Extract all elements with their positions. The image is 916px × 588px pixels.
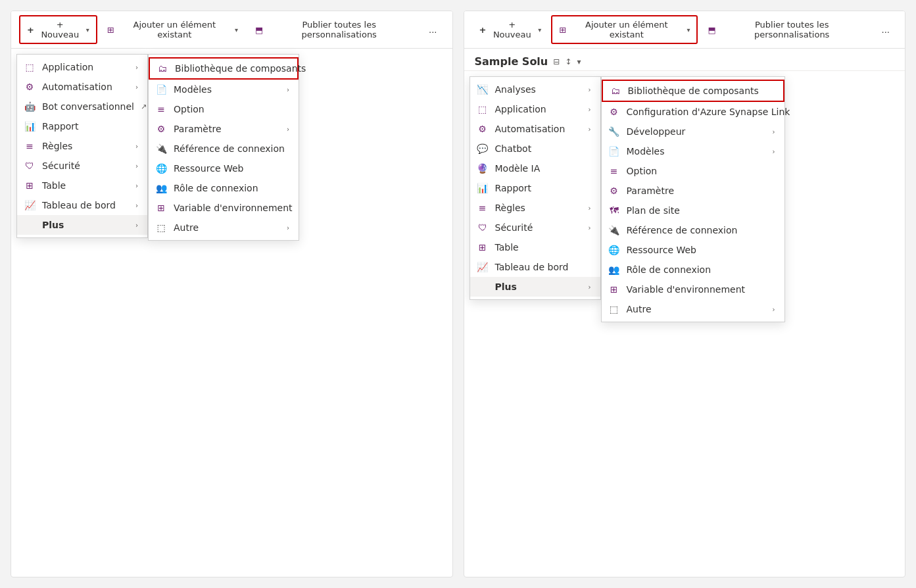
- developpeur-chevron-icon: ›: [773, 128, 775, 135]
- right-sub-role-connexion[interactable]: 👥 Rôle de connexion: [602, 260, 784, 280]
- left-menu-plus[interactable]: Plus ›: [17, 215, 147, 235]
- variable-env-icon: ⊞: [155, 203, 167, 213]
- automatisation-chevron-icon: ›: [135, 84, 138, 91]
- solution-bar: Sample Solu ⊟ ↕ ▾: [464, 49, 905, 71]
- filter-icon: ⊟: [553, 57, 560, 66]
- right-regles-chevron-icon: ›: [589, 205, 591, 212]
- left-sub-option[interactable]: ≡ Option: [149, 99, 299, 119]
- ajouter-label: Ajouter un élément existant: [118, 20, 231, 39]
- parametre-icon: ⚙: [155, 124, 167, 134]
- left-menu-securite[interactable]: 🛡 Sécurité ›: [17, 156, 147, 176]
- right-application-icon: ⬚: [477, 104, 489, 114]
- right-application-chevron-icon: ›: [589, 106, 591, 113]
- securite-chevron-icon: ›: [135, 162, 138, 170]
- right-menu-table[interactable]: ⊞ Table: [470, 237, 600, 257]
- modeles-icon: 📄: [155, 84, 167, 95]
- right-menu-chatbot[interactable]: 💬 Chatbot: [470, 139, 600, 159]
- chatbot-icon: 💬: [477, 143, 489, 154]
- right-sub-modeles[interactable]: 📄 Modèles ›: [602, 141, 784, 161]
- right-modeles-icon: 📄: [608, 146, 620, 157]
- more-label: ...: [429, 25, 437, 35]
- left-sub-ressource-web[interactable]: 🌐 Ressource Web: [149, 159, 299, 178]
- autre-chevron-icon: ›: [287, 224, 289, 232]
- right-menu-plus[interactable]: Plus ›: [470, 277, 600, 297]
- right-sub-developpeur[interactable]: 🔧 Développeur ›: [602, 122, 784, 141]
- solution-title: Sample Solu: [475, 55, 548, 68]
- right-nouveau-button[interactable]: + + Nouveau ▾: [472, 16, 549, 43]
- right-securite-chevron-icon: ›: [589, 224, 591, 232]
- modeles-chevron-icon: ›: [287, 86, 289, 93]
- right-menu-analyses[interactable]: 📉 Analyses ›: [470, 80, 600, 99]
- left-menu-bot[interactable]: 🤖 Bot conversationnel ↗: [17, 97, 147, 116]
- ressource-web-icon: 🌐: [155, 163, 167, 174]
- right-nouveau-label: + Nouveau: [489, 20, 535, 39]
- config-azure-icon: ⚙: [608, 107, 620, 117]
- right-more-button[interactable]: ...: [875, 21, 897, 39]
- analyses-chevron-icon: ›: [589, 86, 591, 93]
- right-panel: + + Nouveau ▾ ⊞ Ajouter un élément exist…: [464, 11, 906, 577]
- right-menu-rapport[interactable]: 📊 Rapport: [470, 178, 600, 198]
- right-sub-variable-env[interactable]: ⊞ Variable d'environnement: [602, 280, 784, 299]
- bibliotheque-icon: 🗂: [157, 63, 168, 74]
- left-nouveau-button[interactable]: + + Nouveau ▾: [19, 15, 97, 44]
- right-autre-icon: ⬚: [608, 304, 620, 314]
- left-ajouter-button[interactable]: ⊞ Ajouter un élément existant ▾: [100, 16, 245, 43]
- right-ajouter-chevron-icon: ▾: [687, 26, 690, 34]
- right-menu-automatisation[interactable]: ⚙ Automatisation ›: [470, 119, 600, 139]
- right-plus-icon: +: [479, 25, 487, 35]
- sort-icon: ↕: [565, 57, 571, 66]
- left-more-button[interactable]: ...: [422, 21, 444, 39]
- right-sub-ref-connexion[interactable]: 🔌 Référence de connexion: [602, 220, 784, 240]
- left-menu-regles[interactable]: ≡ Règles ›: [17, 136, 147, 156]
- left-sub-variable-env[interactable]: ⊞ Variable d'environnement: [149, 198, 299, 218]
- right-regles-icon: ≡: [477, 203, 489, 213]
- right-automatisation-icon: ⚙: [477, 124, 489, 134]
- right-sub-autre[interactable]: ⬚ Autre ›: [602, 299, 784, 319]
- right-ressource-web-icon: 🌐: [608, 245, 620, 255]
- right-menu-securite[interactable]: 🛡 Sécurité ›: [470, 218, 600, 237]
- left-menu-automatisation[interactable]: ⚙ Automatisation ›: [17, 77, 147, 97]
- left-sub-role-connexion[interactable]: 👥 Rôle de connexion: [149, 178, 299, 198]
- right-publier-label: Publier toutes les personnalisations: [719, 20, 865, 39]
- right-sub-plan-site[interactable]: 🗺 Plan de site: [602, 201, 784, 220]
- right-sub-option[interactable]: ≡ Option: [602, 161, 784, 181]
- left-menu-application[interactable]: ⬚ Application ›: [17, 57, 147, 77]
- analyses-icon: 📉: [477, 84, 489, 95]
- left-sub-bibliotheque[interactable]: 🗂 Bibliothèque de composants: [149, 57, 299, 80]
- right-option-icon: ≡: [608, 166, 620, 176]
- right-menu-tableau[interactable]: 📈 Tableau de bord: [470, 257, 600, 277]
- left-sub-modeles[interactable]: 📄 Modèles ›: [149, 80, 299, 99]
- left-menu-rapport[interactable]: 📊 Rapport: [17, 116, 147, 136]
- application-icon: ⬚: [24, 62, 36, 72]
- left-sub-ref-connexion[interactable]: 🔌 Référence de connexion: [149, 139, 299, 159]
- ajouter-icon: ⊞: [107, 25, 114, 35]
- right-sub-parametre[interactable]: ⚙ Paramètre: [602, 181, 784, 201]
- right-parametre-icon: ⚙: [608, 185, 620, 196]
- right-sub-ressource-web[interactable]: 🌐 Ressource Web: [602, 240, 784, 260]
- application-chevron-icon: ›: [135, 64, 138, 71]
- securite-icon: 🛡: [24, 160, 36, 171]
- right-publier-button[interactable]: ⬒ Publier toutes les personnalisations: [700, 16, 871, 43]
- right-ajouter-button[interactable]: ⊞ Ajouter un élément existant ▾: [551, 15, 698, 44]
- left-sub-autre[interactable]: ⬚ Autre ›: [149, 218, 299, 237]
- right-sub-bibliotheque[interactable]: 🗂 Bibliothèque de composants: [602, 80, 784, 102]
- right-ajouter-icon: ⊞: [559, 25, 566, 35]
- right-rapport-icon: 📊: [477, 183, 489, 193]
- automatisation-icon: ⚙: [24, 82, 36, 92]
- right-menu-regles[interactable]: ≡ Règles ›: [470, 198, 600, 218]
- left-sub-parametre[interactable]: ⚙ Paramètre ›: [149, 119, 299, 139]
- left-panel: + + Nouveau ▾ ⊞ Ajouter un élément exist…: [11, 11, 453, 577]
- developpeur-icon: 🔧: [608, 126, 620, 137]
- right-sub-config-azure[interactable]: ⚙ Configuration d'Azure Synapse Link: [602, 102, 784, 122]
- left-toolbar: + + Nouveau ▾ ⊞ Ajouter un élément exist…: [11, 11, 452, 49]
- right-menu-modele-ia[interactable]: 🔮 Modèle IA: [470, 159, 600, 178]
- tableau-icon: 📈: [24, 200, 36, 210]
- right-more-label: ...: [882, 25, 890, 35]
- left-menu-tableau[interactable]: 📈 Tableau de bord ›: [17, 195, 147, 215]
- left-submenu: 🗂 Bibliothèque de composants 📄 Modèles ›…: [148, 54, 299, 241]
- right-menu-application[interactable]: ⬚ Application ›: [470, 99, 600, 119]
- left-menu-table[interactable]: ⊞ Table ›: [17, 176, 147, 195]
- nouveau-chevron-icon: ▾: [86, 26, 89, 34]
- right-bibliotheque-icon: 🗂: [610, 86, 621, 96]
- left-publier-button[interactable]: ⬒ Publier toutes les personnalisations: [248, 16, 419, 43]
